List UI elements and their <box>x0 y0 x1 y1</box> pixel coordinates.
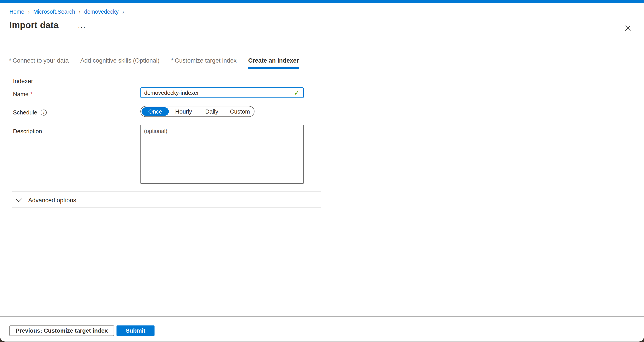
divider <box>12 191 321 192</box>
submit-button[interactable]: Submit <box>116 326 154 336</box>
advanced-options-label: Advanced options <box>28 197 76 204</box>
advanced-options-toggle[interactable]: Advanced options <box>15 195 76 205</box>
wizard-tabs: *Connect to your data Add cognitive skil… <box>9 57 299 68</box>
more-options-icon[interactable]: ··· <box>76 22 88 31</box>
page-title: Import data <box>10 20 58 30</box>
tab-label: Customize target index <box>175 57 236 64</box>
required-marker: * <box>9 57 12 64</box>
required-asterisk: * <box>30 91 32 98</box>
schedule-segmented-control: Once Hourly Daily Custom <box>140 106 254 117</box>
close-x-glyph <box>624 25 631 32</box>
azure-top-accent-bar <box>0 0 644 3</box>
schedule-field-label: Schedule i <box>13 109 47 116</box>
schedule-option-hourly[interactable]: Hourly <box>170 107 198 116</box>
tab-label: Add cognitive skills (Optional) <box>80 57 160 64</box>
schedule-option-custom[interactable]: Custom <box>226 107 254 116</box>
tab-add-cognitive-skills[interactable]: Add cognitive skills (Optional) <box>80 57 160 68</box>
breadcrumb-separator-icon: › <box>122 8 124 16</box>
required-marker: * <box>171 57 174 64</box>
name-label-text: Name <box>13 91 28 98</box>
description-field-label: Description <box>13 128 42 135</box>
breadcrumb-separator-icon: › <box>28 8 30 16</box>
footer-divider <box>0 316 644 317</box>
tab-create-an-indexer[interactable]: Create an indexer <box>248 57 299 68</box>
tab-label: Create an indexer <box>248 57 299 64</box>
breadcrumb-demovedecky-link[interactable]: demovedecky <box>84 8 118 15</box>
breadcrumb: Home › Microsoft.Search › demovedecky › <box>10 7 128 16</box>
breadcrumb-microsoft-search-link[interactable]: Microsoft.Search <box>33 8 75 15</box>
divider <box>12 208 321 208</box>
tab-customize-target-index[interactable]: *Customize target index <box>171 57 236 68</box>
valid-check-icon: ✓ <box>294 88 300 97</box>
tab-connect-to-your-data[interactable]: *Connect to your data <box>9 57 69 68</box>
previous-step-button[interactable]: Previous: Customize target index <box>10 326 114 336</box>
info-icon[interactable]: i <box>41 110 47 116</box>
indexer-section-title: Indexer <box>13 78 33 85</box>
description-textarea[interactable] <box>140 125 304 184</box>
import-data-panel: Home › Microsoft.Search › demovedecky › … <box>0 3 644 342</box>
indexer-name-input[interactable] <box>141 88 294 98</box>
name-field-label: Name* <box>13 91 32 98</box>
schedule-label-text: Schedule <box>13 109 37 116</box>
indexer-name-field-wrap: ✓ <box>140 88 304 98</box>
tab-label: Connect to your data <box>13 57 69 64</box>
breadcrumb-home-link[interactable]: Home <box>10 8 24 15</box>
chevron-down-icon <box>15 198 22 202</box>
schedule-option-once[interactable]: Once <box>142 107 169 116</box>
breadcrumb-separator-icon: › <box>79 8 80 16</box>
schedule-option-daily[interactable]: Daily <box>198 107 226 116</box>
close-icon[interactable] <box>622 22 634 34</box>
